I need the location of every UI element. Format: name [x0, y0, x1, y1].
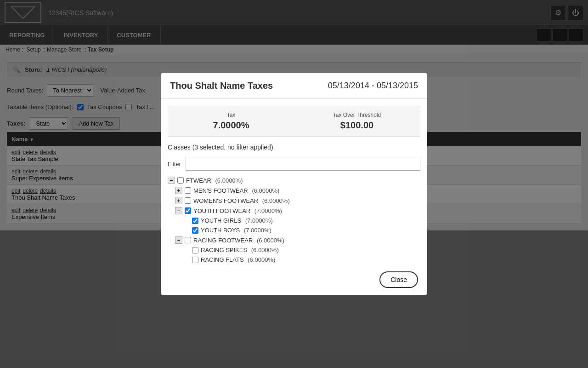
- modal-overlay: Thou Shalt Name Taxes 05/13/2014 - 05/13…: [0, 0, 588, 368]
- tree-item-youth-girls: YOUTH GIRLS (7.0000%): [182, 216, 420, 225]
- tree-item-ftwear: − FTWEAR (6.0000%): [168, 175, 420, 185]
- threshold-value: $100.00: [303, 120, 411, 131]
- tree-area: − FTWEAR (6.0000%) + MEN'S FOOTWEAR (6.0…: [161, 175, 427, 264]
- checkbox-youth-boys[interactable]: [192, 227, 198, 234]
- pct-youth-boys: (7.0000%): [242, 227, 271, 234]
- checkbox-racing-flats[interactable]: [192, 257, 198, 263]
- modal-date-range: 05/13/2014 - 05/13/2015: [328, 81, 418, 91]
- tax-label: Tax: [177, 112, 285, 118]
- tree-item-womens: + WOMEN'S FOOTWEAR (6.0000%): [175, 196, 420, 206]
- label-mens: MEN'S FOOTWEAR: [193, 187, 248, 194]
- threshold-info-item: Tax Over Threshold $100.00: [294, 106, 420, 136]
- modal-title: Thou Shalt Name Taxes: [170, 80, 273, 91]
- checkbox-racing[interactable]: [185, 237, 191, 243]
- label-youth-boys: YOUTH BOYS: [201, 227, 240, 234]
- tax-value: 7.0000%: [177, 120, 285, 131]
- pct-womens: (6.0000%): [260, 197, 290, 204]
- pct-racing-flats: (6.0000%): [246, 256, 276, 263]
- label-womens: WOMEN'S FOOTWEAR: [193, 197, 258, 204]
- toggle-youth[interactable]: −: [175, 207, 182, 214]
- tree-item-racing: − RACING FOOTWEAR (6.0000%): [175, 235, 420, 245]
- tree-item-youth-boys: YOUTH BOYS (7.0000%): [182, 225, 420, 235]
- pct-racing: (6.0000%): [255, 237, 284, 244]
- checkbox-youth[interactable]: [185, 207, 191, 214]
- checkbox-racing-spikes[interactable]: [192, 247, 198, 253]
- modal-footer: Close: [161, 264, 427, 295]
- pct-racing-spikes: (6.0000%): [249, 247, 279, 253]
- label-ftwear: FTWEAR: [186, 177, 211, 184]
- toggle-womens[interactable]: +: [175, 197, 182, 204]
- label-racing-flats: RACING FLATS: [201, 256, 244, 263]
- filter-label: Filter: [168, 161, 181, 167]
- filter-row: Filter: [161, 155, 427, 175]
- tree-item-racing-spikes: RACING SPIKES (6.0000%): [182, 245, 420, 255]
- tax-info-item: Tax 7.0000%: [168, 106, 294, 136]
- toggle-mens[interactable]: +: [175, 187, 182, 194]
- toggle-ftwear[interactable]: −: [168, 177, 175, 184]
- tree-item-racing-flats: RACING FLATS (6.0000%): [182, 255, 420, 264]
- modal-info-bar: Tax 7.0000% Tax Over Threshold $100.00: [168, 106, 420, 137]
- filter-input[interactable]: [186, 157, 420, 171]
- threshold-label: Tax Over Threshold: [303, 112, 411, 118]
- pct-ftwear: (6.0000%): [214, 177, 243, 184]
- modal: Thou Shalt Name Taxes 05/13/2014 - 05/13…: [161, 73, 427, 295]
- label-youth-girls: YOUTH GIRLS: [201, 217, 241, 224]
- modal-header: Thou Shalt Name Taxes 05/13/2014 - 05/13…: [161, 73, 427, 99]
- label-racing-spikes: RACING SPIKES: [201, 247, 247, 253]
- pct-youth: (7.0000%): [253, 207, 282, 214]
- checkbox-ftwear[interactable]: [177, 177, 184, 184]
- label-racing: RACING FOOTWEAR: [193, 237, 253, 244]
- classes-header: Classes (3 selected, no filter applied): [161, 144, 427, 155]
- label-youth: YOUTH FOOTWEAR: [193, 207, 250, 214]
- checkbox-mens[interactable]: [185, 187, 191, 194]
- tree-item-mens: + MEN'S FOOTWEAR (6.0000%): [175, 185, 420, 196]
- pct-youth-girls: (7.0000%): [243, 217, 273, 224]
- checkbox-womens[interactable]: [185, 197, 191, 204]
- pct-mens: (6.0000%): [250, 187, 280, 194]
- tree-item-youth: − YOUTH FOOTWEAR (7.0000%): [175, 206, 420, 216]
- close-button[interactable]: Close: [379, 271, 418, 288]
- checkbox-youth-girls[interactable]: [192, 218, 198, 224]
- toggle-racing[interactable]: −: [175, 236, 182, 244]
